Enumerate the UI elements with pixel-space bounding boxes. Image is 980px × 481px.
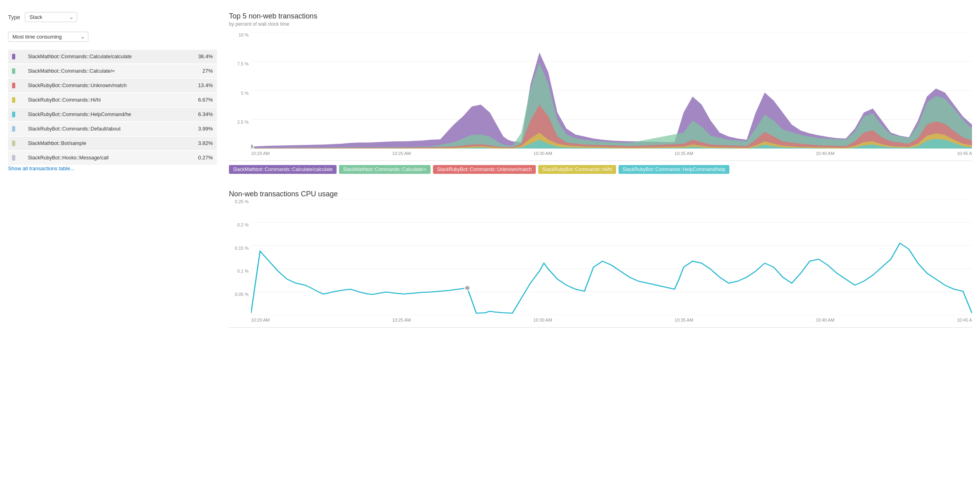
- filter-row: Most time consuming: [8, 32, 217, 42]
- transaction-color-dot: [12, 126, 15, 132]
- transaction-name: SlackMathbot::Bot/sample: [28, 141, 181, 146]
- transaction-color-dot: [12, 141, 15, 146]
- y-axis-label: 0.05 %: [235, 292, 249, 297]
- x-axis-label: 10:25 AM: [392, 318, 411, 322]
- transaction-name: SlackRubyBot::Hooks::Message/call: [28, 155, 181, 161]
- top-chart-legend: SlackMathbot::Commands::Calculate/calcul…: [229, 165, 972, 174]
- right-panel: Top 5 non-web transactions by percent of…: [229, 8, 972, 473]
- svg-point-10: [251, 144, 254, 149]
- transaction-item[interactable]: SlackRubyBot::Commands::HelpCommand/he6.…: [8, 108, 217, 121]
- show-all-link[interactable]: Show all transactions table...: [8, 165, 74, 171]
- y-axis-label: 0.1 %: [237, 269, 249, 273]
- y-axis-label: 10 %: [239, 33, 249, 37]
- filter-select[interactable]: Most time consuming: [8, 32, 88, 42]
- y-axis-label: 0.2 %: [237, 222, 249, 227]
- top-chart-section: Top 5 non-web transactions by percent of…: [229, 12, 972, 174]
- x-axis-label: 10:30 AM: [533, 151, 552, 156]
- top-chart-canvas: [251, 33, 972, 149]
- transaction-percent: 3.82%: [191, 140, 213, 146]
- transaction-item[interactable]: SlackRubyBot::Hooks::Message/call0.27%: [8, 151, 217, 165]
- transaction-percent: 13.4%: [191, 82, 213, 88]
- x-axis-label: 10:20 AM: [251, 151, 270, 156]
- top-chart-y-axis: 10 %7.5 %5 %2.5 %: [229, 33, 251, 149]
- x-axis-label: 10:45 A: [957, 151, 972, 156]
- top-chart-svg: [251, 33, 972, 149]
- y-axis-label: 2.5 %: [237, 120, 249, 124]
- transaction-item[interactable]: SlackRubyBot::Commands::Default/about3.9…: [8, 122, 217, 136]
- filter-select-wrapper[interactable]: Most time consuming: [8, 32, 88, 42]
- y-axis-label: 7.5 %: [237, 61, 249, 66]
- x-axis-label: 10:35 AM: [675, 151, 693, 156]
- transaction-color-dot: [12, 155, 15, 161]
- transaction-percent: 27%: [191, 68, 213, 74]
- x-axis-label: 10:20 AM: [251, 318, 270, 322]
- cpu-chart-area: 0.25 %0.2 %0.15 %0.1 %0.05 %: [229, 199, 972, 328]
- transaction-percent: 6.34%: [191, 111, 213, 117]
- x-axis-label: 10:40 AM: [816, 318, 834, 322]
- legend-item: SlackRubyBot::Commands::Unknown/match: [433, 165, 536, 174]
- legend-item: SlackRubyBot::Commands::HelpCommand/help: [619, 165, 729, 174]
- transaction-name: SlackMathbot::Commands::Calculate/=: [28, 68, 181, 74]
- x-axis-label: 10:25 AM: [392, 151, 411, 156]
- transaction-color-dot: [12, 68, 15, 74]
- x-axis-label: 10:30 AM: [533, 318, 552, 322]
- transaction-color-dot: [12, 97, 15, 103]
- transaction-name: SlackRubyBot::Commands::Unknown/match: [28, 83, 181, 88]
- x-axis-label: 10:45 A: [957, 318, 972, 322]
- y-axis-label: 0.15 %: [235, 246, 249, 251]
- transaction-list: SlackMathbot::Commands::Calculate/calcul…: [8, 50, 217, 165]
- cpu-chart-canvas: [251, 199, 972, 315]
- transaction-name: SlackRubyBot::Commands::Default/about: [28, 126, 181, 132]
- transaction-color-dot: [12, 54, 15, 59]
- transaction-name: SlackMathbot::Commands::Calculate/calcul…: [28, 54, 181, 59]
- transaction-item[interactable]: SlackRubyBot::Commands::Hi/hi6.67%: [8, 93, 217, 107]
- legend-item: SlackMathbot::Commands::Calculate/calcul…: [229, 165, 337, 174]
- type-select[interactable]: Slack: [25, 12, 77, 22]
- transaction-item[interactable]: SlackMathbot::Commands::Calculate/=27%: [8, 64, 217, 78]
- transaction-percent: 6.67%: [191, 97, 213, 103]
- top-chart-subtitle: by percent of wall clock time: [229, 21, 972, 27]
- top-chart-area: 10 %7.5 %5 %2.5 %: [229, 33, 972, 161]
- cpu-chart-x-axis: 10:20 AM10:25 AM10:30 AM10:35 AM10:40 AM…: [251, 316, 972, 327]
- top-chart-title: Top 5 non-web transactions: [229, 12, 972, 20]
- transaction-item[interactable]: SlackRubyBot::Commands::Unknown/match13.…: [8, 79, 217, 92]
- transaction-percent: 0.27%: [191, 155, 213, 161]
- cpu-chart-svg: [251, 199, 972, 315]
- transaction-percent: 3.99%: [191, 126, 213, 132]
- x-axis-label: 10:40 AM: [816, 151, 834, 156]
- type-row: Type Slack: [8, 12, 217, 22]
- cpu-chart-section: Non-web transactions CPU usage 0.25 %0.2…: [229, 190, 972, 328]
- transaction-percent: 38.4%: [191, 53, 213, 59]
- legend-item: SlackRubyBot::Commands::Hi/hi: [538, 165, 616, 174]
- transaction-item[interactable]: SlackMathbot::Bot/sample3.82%: [8, 137, 217, 150]
- transaction-color-dot: [12, 112, 15, 117]
- type-label: Type: [8, 14, 20, 20]
- transaction-color-dot: [12, 83, 15, 88]
- type-select-wrapper[interactable]: Slack: [25, 12, 77, 22]
- y-axis-label: 5 %: [241, 91, 249, 96]
- top-chart-x-axis: 10:20 AM10:25 AM10:30 AM10:35 AM10:40 AM…: [251, 149, 972, 161]
- transaction-item[interactable]: SlackMathbot::Commands::Calculate/calcul…: [8, 50, 217, 63]
- legend-item: SlackMathbot::Commands::Calculate/=: [339, 165, 431, 174]
- svg-point-17: [465, 285, 470, 290]
- transaction-name: SlackRubyBot::Commands::HelpCommand/he: [28, 112, 181, 117]
- cpu-chart-title: Non-web transactions CPU usage: [229, 190, 972, 198]
- y-axis-label: 0.25 %: [235, 199, 249, 204]
- left-panel: Type Slack Most time consuming SlackMath…: [8, 8, 217, 473]
- transaction-name: SlackRubyBot::Commands::Hi/hi: [28, 97, 181, 103]
- cpu-chart-y-axis: 0.25 %0.2 %0.15 %0.1 %0.05 %: [229, 199, 251, 315]
- x-axis-label: 10:35 AM: [675, 318, 693, 322]
